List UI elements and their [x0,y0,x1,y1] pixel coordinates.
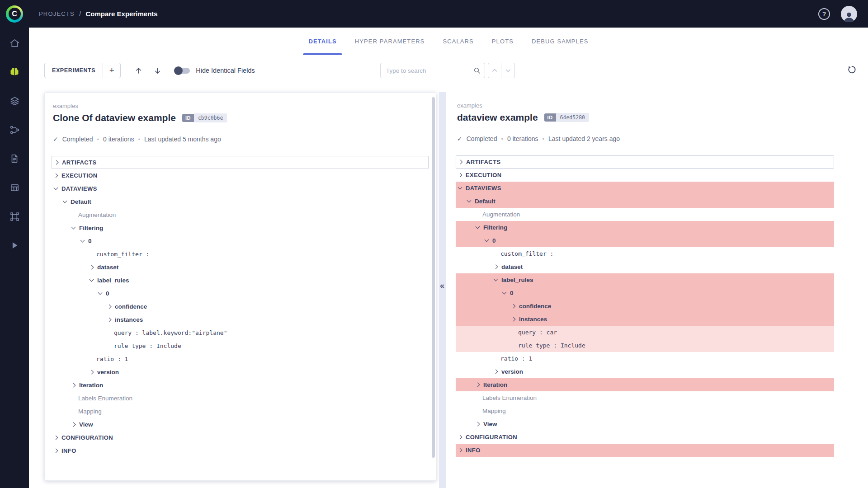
tree-row-instances[interactable]: instances [52,313,429,326]
tree-row-configuration[interactable]: CONFIGURATION [52,431,429,444]
status-text: Completed [467,135,497,142]
pipelines-icon [9,125,20,135]
tree-row-filtering[interactable]: Filtering [456,221,834,234]
tree-row-view[interactable]: View [52,418,429,431]
breadcrumb-projects-link[interactable]: PROJECTS [39,10,75,17]
tree-row-rule-type: rule type : Include [456,339,834,352]
tree-row-query: query : car [456,326,834,339]
completed-check-icon: ✓ [457,135,462,142]
layers-icon [9,96,20,106]
tree-row-filtering[interactable]: Filtering [52,221,429,235]
hide-identical-toggle-group: Hide Identical Fields [175,67,255,74]
arrow-up-icon [134,66,143,75]
id-value: 64ed5280 [556,113,589,122]
tree-row-artifacts[interactable]: ARTIFACTS [52,156,429,169]
sidebar-item-dashboard[interactable] [0,28,29,57]
previous-diff-button[interactable] [131,63,146,78]
experiments-selector-button[interactable]: EXPERIMENTS + [44,63,121,78]
side-nav [0,28,29,488]
search-next-button[interactable] [501,63,514,78]
experiment-title: Clone Of dataview example [53,113,176,123]
next-diff-button[interactable] [150,63,165,78]
tree-row-configuration[interactable]: CONFIGURATION [456,431,834,444]
tree-row-rule-type: rule type : Include [52,339,429,352]
sidebar-item-projects[interactable] [0,57,29,86]
panel-divider: « [436,92,456,488]
tree-row-execution[interactable]: EXECUTION [456,169,834,182]
tree-row-iteration[interactable]: Iteration [52,379,429,392]
tree-row-dataset[interactable]: dataset [52,261,429,274]
experiment-id-chip[interactable]: ID 64ed5280 [544,113,589,122]
tree-row-dataviews[interactable]: DATAVIEWS [52,182,429,195]
project-name: examples [53,103,429,109]
hide-identical-toggle[interactable] [175,68,190,74]
panel-header: examples Clone Of dataview example ID cb… [52,93,429,143]
tree-row-filter-0[interactable]: 0 [52,235,429,248]
search-icon[interactable] [473,67,481,74]
sidebar-item-orchestration[interactable] [0,173,29,202]
user-avatar[interactable] [841,6,857,22]
tab-debug-samples[interactable]: DEBUG SAMPLES [524,28,596,55]
tree-row-confidence[interactable]: confidence [52,300,429,313]
sidebar-item-reports[interactable] [0,144,29,173]
dot-separator: • [542,136,544,142]
search-prev-button[interactable] [488,63,501,78]
sidebar-item-pipelines[interactable] [0,115,29,144]
chevron-down-icon [458,185,462,190]
sidebar-item-getting-started[interactable] [0,231,29,260]
vertical-scrollbar[interactable] [432,97,435,458]
chevron-down-icon [63,199,67,203]
tree-row-rule-0[interactable]: 0 [52,287,429,300]
dot-separator: • [138,136,140,143]
tab-plots[interactable]: PLOTS [485,28,521,55]
iterations-text: 0 iterations [507,135,538,142]
refresh-icon [847,65,857,75]
person-icon [843,11,855,22]
experiment-id-chip[interactable]: ID cb9c0b6e [182,113,227,122]
tree-row-default[interactable]: Default [52,195,429,208]
tree-row-dataset[interactable]: dataset [456,260,834,273]
chevron-right-icon [494,265,498,269]
sidebar-item-applications[interactable] [0,202,29,231]
tree-row-view[interactable]: View [456,418,834,431]
chevron-down-icon [80,238,85,243]
tree-row-confidence[interactable]: confidence [456,300,834,313]
chevron-down-icon [467,198,472,203]
tab-details[interactable]: DETAILS [301,28,344,55]
tree-row-mapping: Mapping [52,405,429,418]
tree-row-label-rules[interactable]: label_rules [456,273,834,286]
chevron-down-icon [98,291,103,295]
sidebar-item-datasets[interactable] [0,86,29,115]
chevron-right-icon [458,160,463,164]
tree-row-iteration[interactable]: Iteration [456,378,834,391]
tree-row-ratio: ratio : 1 [52,352,429,366]
tree-row-info[interactable]: INFO [456,444,834,457]
chevron-up-icon [491,67,498,74]
tree-row-execution[interactable]: EXECUTION [52,169,429,182]
collapse-panel-button[interactable]: « [437,280,447,291]
auto-refresh-button[interactable] [847,65,857,77]
tree-row-default[interactable]: Default [456,195,834,208]
chevron-right-icon [511,304,516,309]
clearml-logo-ring: C [6,5,23,23]
tree-row-version[interactable]: version [52,366,429,379]
tree-row-dataviews[interactable]: DATAVIEWS [456,182,834,195]
tab-scalars[interactable]: SCALARS [435,28,481,55]
tree-row-instances[interactable]: instances [456,313,834,326]
help-icon[interactable]: ? [818,8,830,20]
top-bar: C PROJECTS / Compare Experiments ? [0,0,868,28]
status-text: Completed [62,136,93,143]
chevron-down-icon [494,277,498,282]
search-input[interactable] [386,67,473,74]
clearml-logo[interactable]: C [0,5,29,23]
tree-row-rule-0[interactable]: 0 [456,286,834,300]
tree-row-labels-enumeration: Labels Enumeration [456,391,834,404]
tree-row-artifacts[interactable]: ARTIFACTS [456,155,834,169]
chevron-right-icon [90,370,94,375]
add-experiment-icon[interactable]: + [103,63,120,78]
tree-row-filter-0[interactable]: 0 [456,234,834,247]
tree-row-info[interactable]: INFO [52,444,429,457]
tab-hyper-parameters[interactable]: HYPER PARAMETERS [348,28,432,55]
tree-row-label-rules[interactable]: label_rules [52,274,429,287]
tree-row-version[interactable]: version [456,365,834,378]
